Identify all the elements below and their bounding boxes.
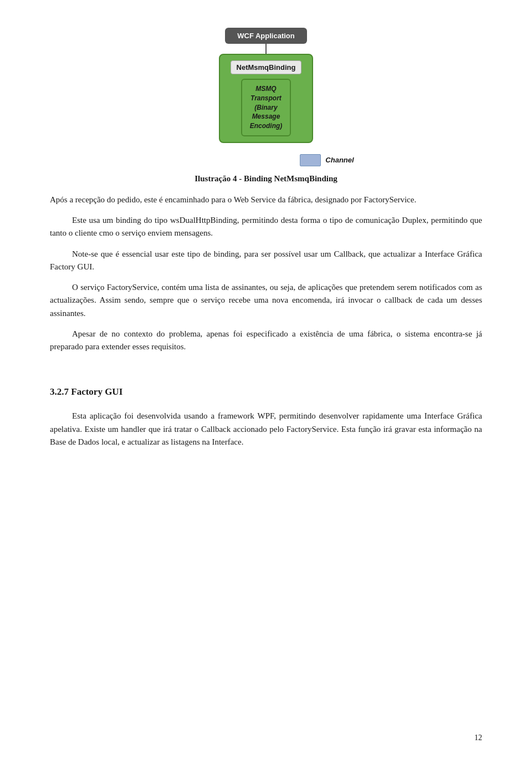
page-number: 12: [474, 733, 482, 742]
body-text: Após a recepção do pedido, este é encami…: [50, 193, 482, 354]
diagram-caption: Ilustração 4 - Binding NetMsmqBinding: [195, 174, 337, 184]
paragraph-2: Este usa um binding do tipo wsDualHttpBi…: [50, 214, 482, 240]
channel-label: Channel: [325, 156, 354, 164]
diagram-container: WCF Application NetMsmqBinding MSMQTrans…: [50, 28, 482, 184]
binding-box: NetMsmqBinding MSMQTransport(BinaryMessa…: [219, 54, 313, 143]
diagram-row: Channel: [178, 154, 354, 166]
paragraph-4: O serviço FactoryService, contém uma lis…: [50, 281, 482, 320]
channel-box: Channel: [300, 154, 354, 166]
paragraph-1: Após a recepção do pedido, este é encami…: [50, 193, 482, 206]
section-heading: 3.2.7 Factory GUI: [50, 386, 482, 398]
diagram-inner: WCF Application NetMsmqBinding MSMQTrans…: [178, 28, 354, 166]
wcf-application-box: WCF Application: [225, 28, 307, 44]
page: WCF Application NetMsmqBinding MSMQTrans…: [0, 0, 532, 759]
connector-line-1: [265, 44, 267, 54]
section-body: Esta aplicação foi desenvolvida usando a…: [50, 410, 482, 449]
diagram-svg-wrapper: WCF Application NetMsmqBinding MSMQTrans…: [50, 28, 482, 166]
paragraph-3: Note-se que é essencial usar este tipo d…: [50, 248, 482, 274]
paragraph-5: Apesar de no contexto do problema, apena…: [50, 328, 482, 354]
paragraph-6: Esta aplicação foi desenvolvida usando a…: [50, 410, 482, 449]
transport-box: MSMQTransport(BinaryMessageEncoding): [241, 79, 291, 136]
channel-rect: [300, 154, 321, 166]
binding-label: NetMsmqBinding: [231, 60, 302, 74]
